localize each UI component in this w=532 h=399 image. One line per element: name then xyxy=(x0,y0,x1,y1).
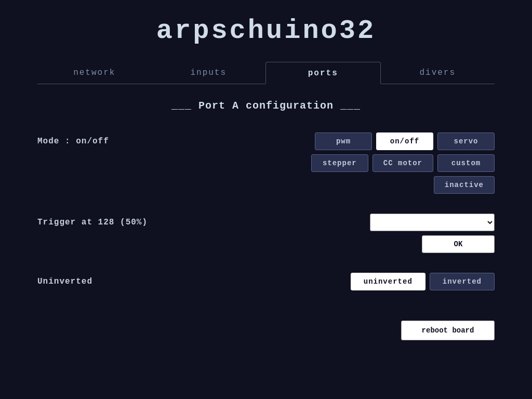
onoff-button[interactable]: on/off xyxy=(376,132,433,150)
tab-inputs[interactable]: inputs xyxy=(152,62,266,84)
trigger-select[interactable] xyxy=(370,214,495,231)
inverted-button[interactable]: inverted xyxy=(430,273,495,290)
servo-button[interactable]: servo xyxy=(437,132,495,150)
invert-button-group: uninverted inverted xyxy=(351,273,495,290)
mode-controls: pwm on/off servo stepper CC motor custom… xyxy=(204,132,495,198)
inactive-button[interactable]: inactive xyxy=(434,176,495,194)
app-title: arpschuino32 xyxy=(156,16,376,46)
invert-controls: uninverted inverted xyxy=(204,273,495,295)
trigger-row: Trigger at 128 (50%) OK xyxy=(37,214,495,257)
mode-button-group-2: stepper CC motor custom xyxy=(311,154,495,172)
ok-group: OK xyxy=(422,235,495,253)
invert-label: Uninverted xyxy=(37,273,204,286)
cc-motor-button[interactable]: CC motor xyxy=(373,154,433,172)
trigger-input-group xyxy=(370,214,495,231)
custom-button[interactable]: custom xyxy=(437,154,495,172)
tab-divers[interactable]: divers xyxy=(381,62,495,84)
stepper-button[interactable]: stepper xyxy=(311,154,368,172)
uninverted-button[interactable]: uninverted xyxy=(351,273,425,290)
pwm-button[interactable]: pwm xyxy=(315,132,372,150)
mode-button-group-3: inactive xyxy=(434,176,495,194)
main-content: Port A configuration Mode : on/off pwm o… xyxy=(37,100,495,340)
mode-label: Mode : on/off xyxy=(37,132,204,146)
reboot-button[interactable]: reboot board xyxy=(401,321,495,340)
reboot-row: reboot board xyxy=(37,321,495,340)
mode-button-group-1: pwm on/off servo xyxy=(315,132,495,150)
section-title: Port A configuration xyxy=(37,100,495,112)
mode-row: Mode : on/off pwm on/off servo stepper C… xyxy=(37,132,495,198)
ok-button[interactable]: OK xyxy=(422,235,495,253)
tab-ports[interactable]: ports xyxy=(265,62,381,84)
invert-row: Uninverted uninverted inverted xyxy=(37,273,495,295)
tab-network[interactable]: network xyxy=(37,62,152,84)
trigger-controls: OK xyxy=(204,214,495,257)
trigger-label: Trigger at 128 (50%) xyxy=(37,214,204,227)
tabs-bar: network inputs ports divers xyxy=(37,62,495,84)
